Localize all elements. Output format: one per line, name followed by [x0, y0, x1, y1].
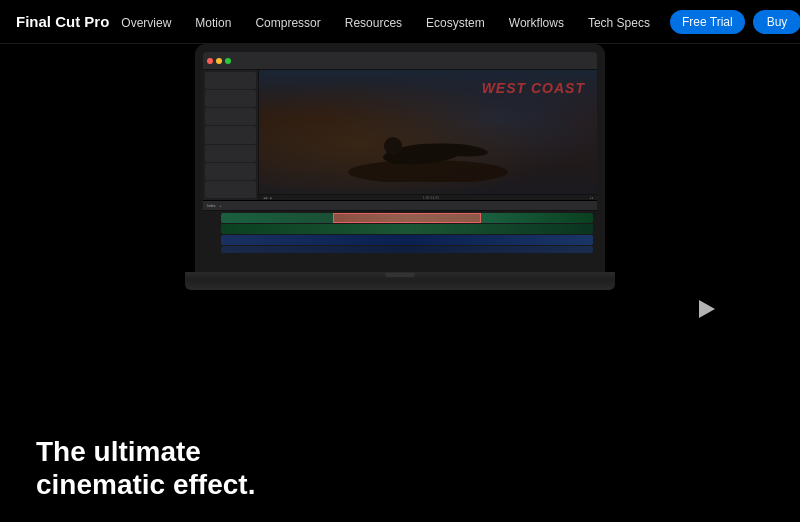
nav-link-tech-specs[interactable]: Tech Specs — [576, 16, 662, 30]
nav-item-resources[interactable]: Resources — [333, 13, 414, 31]
fcp-viewer-title: WEST COAST — [482, 80, 585, 96]
fcp-timeline-label-2: + — [220, 204, 222, 208]
svg-point-2 — [384, 137, 402, 155]
fcp-track-selection — [333, 213, 482, 223]
fcp-toolbar — [203, 52, 597, 70]
hero-headline: The ultimate cinematic effect. — [36, 435, 255, 502]
fcp-sidebar-item-5[interactable] — [205, 145, 256, 162]
nav-item-overview[interactable]: Overview — [109, 13, 183, 31]
window-maximize-dot[interactable] — [225, 58, 231, 64]
fcp-track-content-primary[interactable] — [221, 213, 593, 223]
hero-headline-line2: cinematic effect. — [36, 469, 255, 500]
nav-item-workflows[interactable]: Workflows — [497, 13, 576, 31]
fcp-track-content-audio2[interactable] — [221, 246, 593, 253]
fcp-timeline-header: Index + — [203, 201, 597, 211]
fcp-main-area: WEST COAST ◀◀ ▶ 1:00:14:25 ⛶ — [203, 70, 597, 200]
fcp-sidebar-item-1[interactable] — [205, 72, 256, 89]
fcp-track-content-audio1[interactable] — [221, 235, 593, 245]
fcp-person-silhouette — [343, 112, 513, 182]
nav-actions: Free Trial Buy — [670, 10, 800, 34]
laptop-bezel: WEST COAST ◀◀ ▶ 1:00:14:25 ⛶ — [195, 44, 605, 272]
free-trial-button[interactable]: Free Trial — [670, 10, 745, 34]
fcp-viewer: WEST COAST — [259, 70, 597, 194]
fcp-browser-sidebar — [203, 70, 259, 200]
fcp-track-b-roll — [207, 224, 593, 234]
hero-section: WEST COAST ◀◀ ▶ 1:00:14:25 ⛶ — [0, 44, 800, 522]
fcp-sidebar-item-2[interactable] — [205, 90, 256, 107]
hero-headline-line1: The ultimate — [36, 436, 201, 467]
window-close-dot[interactable] — [207, 58, 213, 64]
laptop-device: WEST COAST ◀◀ ▶ 1:00:14:25 ⛶ — [185, 44, 615, 290]
nav-link-compressor[interactable]: Compressor — [243, 16, 332, 30]
nav-links: Overview Motion Compressor Resources Eco… — [109, 13, 662, 31]
fcp-timeline-label-1: Index — [207, 204, 216, 208]
fcp-sidebar-item-3[interactable] — [205, 108, 256, 125]
app-logo[interactable]: Final Cut Pro — [16, 13, 109, 30]
fcp-track-audio-1 — [207, 235, 593, 245]
fcp-sidebar-item-7[interactable] — [205, 181, 256, 198]
laptop-hinge — [185, 272, 615, 280]
hero-text-block: The ultimate cinematic effect. — [36, 435, 255, 502]
play-icon — [699, 300, 715, 318]
fcp-timeline: Index + — [203, 200, 597, 272]
navbar: Final Cut Pro Overview Motion Compressor… — [0, 0, 800, 44]
buy-button[interactable]: Buy — [753, 10, 800, 34]
nav-link-workflows[interactable]: Workflows — [497, 16, 576, 30]
laptop-base — [185, 280, 615, 290]
nav-link-resources[interactable]: Resources — [333, 16, 414, 30]
nav-item-ecosystem[interactable]: Ecosystem — [414, 13, 497, 31]
fcp-sidebar-item-4[interactable] — [205, 126, 256, 143]
laptop-screen: WEST COAST ◀◀ ▶ 1:00:14:25 ⛶ — [203, 52, 597, 272]
fcp-preview-area: WEST COAST ◀◀ ▶ 1:00:14:25 ⛶ — [259, 70, 597, 200]
nav-link-overview[interactable]: Overview — [109, 16, 183, 30]
fcp-sidebar-item-6[interactable] — [205, 163, 256, 180]
nav-item-compressor[interactable]: Compressor — [243, 13, 332, 31]
video-play-button[interactable] — [690, 294, 720, 324]
fcp-application: WEST COAST ◀◀ ▶ 1:00:14:25 ⛶ — [203, 52, 597, 272]
nav-link-motion[interactable]: Motion — [183, 16, 243, 30]
fcp-track-audio-2 — [207, 246, 593, 253]
fcp-tracks-container — [203, 211, 597, 272]
nav-link-ecosystem[interactable]: Ecosystem — [414, 16, 497, 30]
fcp-track-content-secondary[interactable] — [221, 224, 593, 234]
nav-item-tech-specs[interactable]: Tech Specs — [576, 13, 662, 31]
nav-item-motion[interactable]: Motion — [183, 13, 243, 31]
fcp-timecode: 1:00:14:25 — [275, 196, 587, 200]
window-minimize-dot[interactable] — [216, 58, 222, 64]
fcp-track-primary — [207, 213, 593, 223]
